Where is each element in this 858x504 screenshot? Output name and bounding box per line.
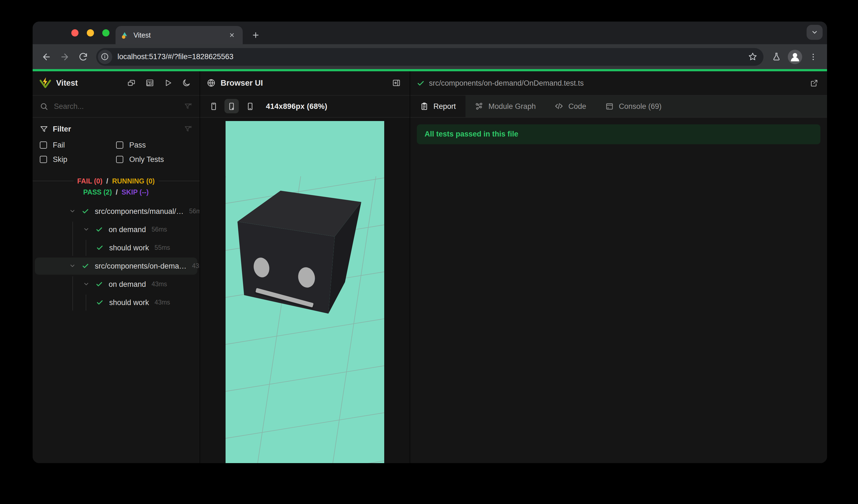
code-icon bbox=[555, 102, 563, 111]
tree-suite-row[interactable]: on demand 56ms bbox=[32, 220, 200, 239]
funnel-icon bbox=[39, 125, 48, 133]
browser-ui-title: Browser UI bbox=[221, 79, 263, 87]
report-content: All tests passed in this file bbox=[410, 117, 827, 463]
test-stats: FAIL (0) / RUNNING (0) PASS (2) / SKIP (… bbox=[32, 174, 200, 201]
app-title: Vitest bbox=[56, 79, 78, 87]
sidebar: Vitest bbox=[32, 71, 200, 463]
tab-code[interactable]: Code bbox=[545, 95, 596, 117]
vitest-logo-icon bbox=[39, 77, 51, 89]
browser-iframe[interactable] bbox=[225, 121, 384, 463]
chevron-down-icon[interactable] bbox=[83, 226, 89, 233]
pass-check-icon bbox=[81, 208, 89, 215]
reload-button[interactable] bbox=[74, 48, 92, 66]
moon-icon[interactable] bbox=[180, 77, 193, 90]
tree-test-row[interactable]: should work 43ms bbox=[32, 293, 200, 311]
running-count: RUNNING (0) bbox=[112, 177, 155, 185]
filter-title: Filter bbox=[53, 125, 71, 133]
minimize-window-button[interactable] bbox=[86, 29, 94, 36]
tree-test-row[interactable]: should work 55ms bbox=[32, 239, 200, 257]
tab-report[interactable]: Report bbox=[410, 95, 465, 117]
menu-kebab-icon[interactable] bbox=[804, 48, 822, 66]
chevron-down-icon[interactable] bbox=[69, 262, 76, 269]
tree-file-row-selected[interactable]: src/components/on-dema… 43ms bbox=[32, 257, 200, 275]
phone-zoom-out-icon[interactable] bbox=[243, 99, 257, 113]
fail-count: FAIL (0) bbox=[77, 177, 102, 185]
run-all-icon[interactable] bbox=[161, 77, 175, 90]
viewport-area bbox=[200, 117, 410, 463]
new-tab-button[interactable] bbox=[249, 28, 262, 42]
tab-strip: Vitest bbox=[32, 21, 827, 44]
pass-check-icon bbox=[95, 280, 102, 288]
chevron-down-icon[interactable] bbox=[83, 281, 89, 287]
clear-filter-icon[interactable] bbox=[184, 125, 192, 133]
url-text[interactable]: localhost:5173/#/?file=1828625563 bbox=[117, 52, 746, 61]
dashboard-windows-icon[interactable] bbox=[125, 77, 138, 90]
close-window-button[interactable] bbox=[71, 29, 78, 36]
bookmark-star-icon[interactable] bbox=[746, 50, 759, 63]
tab-module-graph[interactable]: Module Graph bbox=[465, 95, 545, 117]
pass-check-icon bbox=[96, 299, 103, 306]
filter-option-only-tests[interactable]: Only Tests bbox=[116, 155, 193, 163]
viewport-toolbar: 414x896px (68%) bbox=[200, 95, 410, 117]
pass-checkbox[interactable] bbox=[116, 141, 123, 148]
zoom-window-button[interactable] bbox=[102, 29, 109, 36]
open-external-icon[interactable] bbox=[807, 77, 821, 90]
favicon-vitest-icon bbox=[121, 31, 129, 39]
tree-suite-row[interactable]: on demand 43ms bbox=[32, 275, 200, 293]
address-bar[interactable]: localhost:5173/#/?file=1828625563 bbox=[96, 48, 763, 65]
test-file-path: src/components/on-demand/OnDemand.test.t… bbox=[429, 79, 584, 87]
sidebar-header: Vitest bbox=[32, 71, 200, 95]
report-tabs: Report Module Graph Code bbox=[410, 95, 827, 117]
only-tests-checkbox[interactable] bbox=[116, 156, 123, 163]
all-tests-passed-banner: All tests passed in this file bbox=[417, 124, 821, 144]
tab-close-icon[interactable] bbox=[227, 30, 237, 40]
browser-ui-header: Browser UI bbox=[200, 71, 410, 95]
search-icon bbox=[39, 102, 48, 110]
vitest-app: Vitest bbox=[32, 69, 827, 463]
test-tree: src/components/manual/… 56ms on demand 5… bbox=[32, 201, 200, 463]
tab-console[interactable]: Console (69) bbox=[596, 95, 671, 117]
phone-zoom-in-icon[interactable] bbox=[224, 99, 239, 113]
phone-icon[interactable] bbox=[206, 99, 221, 113]
profile-avatar[interactable] bbox=[785, 48, 804, 66]
chevron-down-icon[interactable] bbox=[69, 208, 76, 214]
forward-button[interactable] bbox=[55, 48, 74, 66]
search-row bbox=[32, 95, 200, 117]
experiments-flask-icon[interactable] bbox=[767, 48, 785, 66]
search-input[interactable] bbox=[53, 101, 179, 111]
filter-option-skip[interactable]: Skip bbox=[39, 155, 116, 163]
viewport-size-label: 414x896px (68%) bbox=[266, 102, 327, 110]
report-grid-icon[interactable] bbox=[143, 77, 157, 90]
collapse-panel-icon[interactable] bbox=[390, 77, 403, 90]
browser-tab[interactable]: Vitest bbox=[115, 26, 242, 44]
tab-search-button[interactable] bbox=[807, 25, 823, 40]
filter-option-fail[interactable]: Fail bbox=[39, 141, 116, 149]
pass-check-icon bbox=[95, 226, 102, 233]
traffic-lights bbox=[71, 29, 109, 36]
tab-title: Vitest bbox=[133, 31, 227, 39]
browser-ui-panel: Browser UI bbox=[200, 71, 410, 463]
clipboard-icon bbox=[419, 102, 428, 111]
pass-check-icon bbox=[81, 262, 89, 270]
site-info-icon[interactable] bbox=[98, 49, 112, 64]
pass-count: PASS (2) bbox=[83, 188, 112, 196]
report-panel: src/components/on-demand/OnDemand.test.t… bbox=[410, 71, 827, 463]
filter-option-pass[interactable]: Pass bbox=[116, 141, 193, 149]
browser-toolbar: localhost:5173/#/?file=1828625563 bbox=[32, 44, 827, 69]
tree-file-row[interactable]: src/components/manual/… 56ms bbox=[32, 202, 200, 220]
pass-check-icon bbox=[96, 244, 103, 251]
test-progress-bar bbox=[32, 69, 827, 71]
clear-search-filter-icon[interactable] bbox=[184, 102, 192, 110]
skip-count: SKIP (--) bbox=[122, 188, 149, 196]
filter-section: Filter Fail bbox=[32, 117, 200, 170]
3d-scene bbox=[225, 121, 384, 463]
file-pass-check-icon bbox=[417, 80, 424, 87]
module-graph-icon bbox=[475, 102, 483, 111]
report-header: src/components/on-demand/OnDemand.test.t… bbox=[410, 71, 827, 95]
browser-window: Vitest bbox=[32, 21, 827, 463]
skip-checkbox[interactable] bbox=[39, 156, 47, 163]
globe-icon bbox=[207, 79, 216, 87]
back-button[interactable] bbox=[37, 48, 55, 66]
console-icon bbox=[605, 102, 614, 111]
fail-checkbox[interactable] bbox=[39, 141, 47, 148]
